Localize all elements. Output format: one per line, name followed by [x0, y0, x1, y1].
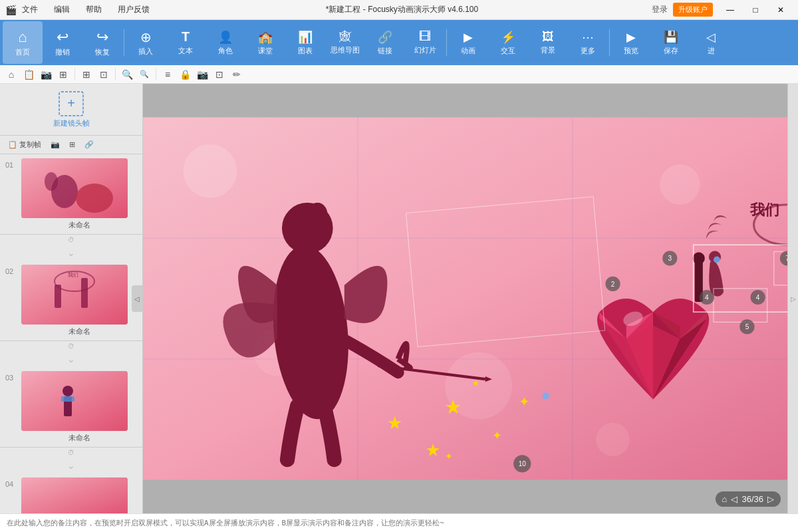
tool-mindmap[interactable]: 🕸 思维导图: [325, 21, 365, 64]
minimize-button[interactable]: —: [718, 1, 742, 19]
tool-preview[interactable]: ▶ 预览: [611, 21, 651, 64]
copy-frame-button[interactable]: 📋 复制帧: [5, 138, 44, 151]
animation-icon: ▶: [464, 30, 473, 45]
tool-insert[interactable]: ⊕ 插入: [126, 21, 166, 64]
sub-home-icon[interactable]: ⌂: [4, 67, 19, 82]
frame-actions: 📋 复制帧 📷 ⊞ 🔗: [0, 136, 142, 154]
tool-preview-label: 预览: [624, 47, 638, 55]
menu-file[interactable]: 文件: [19, 3, 41, 17]
redo-icon: ↪: [96, 29, 108, 46]
slide-timer-1: ⏱: [0, 235, 142, 245]
resize-button[interactable]: ⊞: [66, 139, 78, 150]
slide-item-4[interactable]: 04: [0, 473, 142, 513]
tool-animation[interactable]: ▶ 动画: [448, 21, 488, 64]
maximize-button[interactable]: □: [743, 1, 767, 19]
menu-feedback[interactable]: 用户反馈: [115, 3, 152, 17]
sub-photo-icon[interactable]: 📷: [195, 67, 209, 82]
svg-rect-8: [81, 278, 88, 308]
tool-more[interactable]: ⋯ 更多: [568, 21, 608, 64]
tool-slideshow[interactable]: 🎞 幻灯片: [405, 21, 445, 64]
text-icon: T: [182, 29, 190, 45]
menu-help[interactable]: 帮助: [83, 3, 104, 17]
tool-save[interactable]: 💾 保存: [651, 21, 691, 64]
window-title: *新建工程 - Focusky动画演示大师 v4.6.100: [152, 4, 652, 15]
slide-item-3[interactable]: 03: [0, 367, 142, 458]
window-controls[interactable]: — □ ✕: [718, 1, 793, 19]
sub-fit-icon[interactable]: ⊞: [79, 67, 94, 82]
svg-point-30: [307, 203, 327, 227]
svg-text:✦: ✦: [519, 394, 530, 409]
sub-edit-icon[interactable]: ✏: [229, 67, 244, 82]
tool-redo-label: 恢复: [95, 48, 110, 57]
panel-collapse-button[interactable]: ◁: [132, 285, 142, 312]
sub-grid-icon[interactable]: ⊞: [56, 67, 70, 82]
svg-text:✦: ✦: [492, 429, 502, 442]
canvas-svg: ✦ ✦ ✦ ★ 我们: [143, 84, 787, 513]
upgrade-button[interactable]: 升级账户: [673, 3, 713, 17]
sub-align-icon[interactable]: ≡: [160, 67, 175, 82]
tool-interact[interactable]: ⚡ 交互: [488, 21, 528, 64]
tool-chart-label: 图表: [298, 47, 313, 55]
collapse-left-icon: ◁: [134, 295, 140, 303]
svg-point-19: [660, 164, 700, 205]
arrow-down-1: ⌄: [67, 247, 75, 258]
slide-label-2: 未命名: [21, 327, 137, 336]
svg-rect-11: [21, 371, 128, 431]
slide-thumb-3: [21, 371, 128, 431]
slideshow-icon: 🎞: [419, 30, 431, 44]
undo-icon: ↩: [57, 29, 68, 46]
menu-edit[interactable]: 编辑: [51, 3, 72, 17]
nav-next-button[interactable]: ▷: [767, 494, 774, 504]
tool-text[interactable]: T 文本: [166, 21, 205, 64]
slide-num-3: 03: [5, 374, 17, 443]
slide-thumb-1: [21, 158, 128, 218]
toolbar-separator-3: [609, 29, 610, 56]
slide-num-2: 02: [5, 267, 17, 336]
svg-point-12: [63, 386, 73, 396]
sub-frame-icon[interactable]: ⊡: [96, 67, 111, 82]
nav-home-icon[interactable]: ⌂: [722, 494, 728, 504]
canvas-area[interactable]: ✦ ✦ ✦ ★ 我们: [143, 84, 787, 513]
sub-lock-icon[interactable]: 🔒: [178, 67, 192, 82]
tool-classroom[interactable]: 🏫 课堂: [245, 21, 285, 64]
tool-background[interactable]: 🖼 背景: [528, 21, 568, 64]
slide-item-1[interactable]: 01: [0, 154, 142, 245]
mindmap-icon: 🕸: [339, 30, 351, 44]
tool-redo[interactable]: ↪ 恢复: [82, 21, 122, 64]
menu-bar[interactable]: 文件 编辑 帮助 用户反馈: [19, 3, 152, 17]
tool-back[interactable]: ◁ 进: [691, 21, 731, 64]
camera-button[interactable]: 📷: [48, 139, 63, 150]
link-frame-button[interactable]: 🔗: [82, 139, 96, 150]
link-icon: 🔗: [378, 30, 392, 45]
tool-chart[interactable]: 📊 图表: [285, 21, 325, 64]
insert-icon: ⊕: [140, 29, 152, 45]
slide-inner-4: [21, 477, 137, 513]
notes-input[interactable]: [7, 518, 791, 532]
slide-item-2[interactable]: 02: [0, 261, 142, 351]
sub-target-icon[interactable]: ⊡: [212, 67, 227, 82]
new-frame-button[interactable]: + 新建镜头帧: [0, 84, 142, 136]
title-bar: 🎬 文件 编辑 帮助 用户反馈 *新建工程 - Focusky动画演示大师 v4…: [0, 0, 798, 20]
more-icon: ⋯: [582, 30, 594, 45]
timer-icon-2: ⏱: [68, 342, 74, 350]
preview-icon: ▶: [626, 30, 636, 45]
arrow-down-2: ⌄: [67, 354, 75, 364]
tool-undo[interactable]: ↩ 撤销: [43, 21, 82, 64]
tool-home[interactable]: ⌂ 首页: [3, 21, 43, 64]
sub-camera-icon[interactable]: 📷: [39, 67, 53, 82]
sub-sep-3: [156, 68, 156, 80]
copy-icon: 📋: [8, 140, 17, 149]
tool-character[interactable]: 👤 角色: [205, 21, 245, 64]
sub-sep-2: [115, 68, 116, 80]
right-panel-toggle[interactable]: ▷: [787, 84, 798, 513]
tool-mindmap-label: 思维导图: [331, 46, 360, 55]
login-button[interactable]: 登录: [652, 4, 668, 15]
sub-zoomout-icon[interactable]: 🔍: [137, 67, 152, 82]
close-button[interactable]: ✕: [769, 1, 793, 19]
sub-copy-icon[interactable]: 📋: [21, 67, 36, 82]
sub-zoomin-icon[interactable]: 🔍: [120, 67, 134, 82]
tool-link[interactable]: 🔗 链接: [365, 21, 405, 64]
tool-link-label: 链接: [378, 47, 392, 55]
tool-slideshow-label: 幻灯片: [414, 46, 436, 55]
nav-prev-button[interactable]: ◁: [731, 494, 737, 504]
